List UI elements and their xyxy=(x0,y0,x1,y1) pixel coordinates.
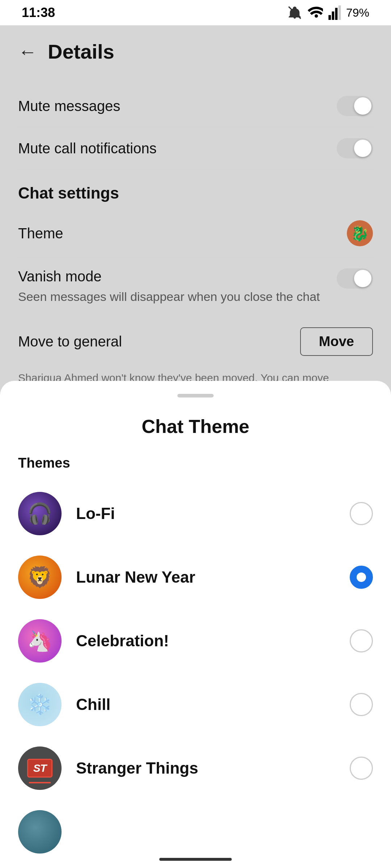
move-to-general-item: Move to general Move xyxy=(18,316,373,367)
theme-item-chill[interactable]: Chill xyxy=(0,673,391,736)
last-avatar xyxy=(18,810,62,854)
mute-calls-label: Mute call notifications xyxy=(18,140,156,157)
lunar-avatar xyxy=(18,556,62,599)
details-title: Details xyxy=(48,40,114,63)
sheet-handle xyxy=(177,394,214,397)
celebration-theme-name: Celebration! xyxy=(76,632,335,650)
mute-messages-item: Mute messages xyxy=(18,85,373,127)
themes-section-label: Themes xyxy=(0,455,391,482)
chat-settings-header: Chat settings xyxy=(18,170,373,209)
lofi-theme-name: Lo-Fi xyxy=(76,505,335,523)
lunar-radio[interactable] xyxy=(350,566,373,589)
vanish-mode-toggle[interactable] xyxy=(337,268,373,289)
home-indicator xyxy=(159,858,232,861)
vanish-mode-item: Vanish mode Seen messages will disappear… xyxy=(18,258,373,316)
move-button[interactable]: Move xyxy=(300,327,373,356)
theme-item-celebration[interactable]: Celebration! xyxy=(0,609,391,673)
stranger-things-radio[interactable] xyxy=(350,757,373,780)
svg-point-1 xyxy=(315,14,318,18)
chill-avatar xyxy=(18,683,62,726)
vanish-mode-sublabel: Seen messages will disappear when you cl… xyxy=(18,290,320,303)
theme-item-stranger-things[interactable]: ST Stranger Things xyxy=(0,736,391,800)
theme-label: Theme xyxy=(18,225,63,242)
st-badge: ST xyxy=(27,759,52,778)
stranger-things-avatar: ST xyxy=(18,746,62,790)
theme-item-last-partial[interactable] xyxy=(0,800,391,854)
vanish-text-block: Vanish mode Seen messages will disappear… xyxy=(18,268,320,306)
mute-messages-toggle[interactable] xyxy=(337,96,373,116)
theme-item-lunar[interactable]: Lunar New Year xyxy=(0,545,391,609)
status-bar: 11:38 79% xyxy=(0,0,391,25)
lofi-avatar xyxy=(18,492,62,535)
back-arrow-icon: ← xyxy=(18,41,37,63)
wifi-icon xyxy=(307,7,323,19)
mute-calls-item: Mute call notifications xyxy=(18,127,373,170)
chat-theme-title: Chat Theme xyxy=(0,416,391,437)
vanish-mode-label: Vanish mode xyxy=(18,268,320,285)
celebration-radio[interactable] xyxy=(350,629,373,652)
chill-radio[interactable] xyxy=(350,693,373,716)
theme-item[interactable]: Theme 🐉 xyxy=(18,209,373,258)
details-header: ← Details xyxy=(18,40,373,63)
theme-icon: 🐉 xyxy=(347,220,373,246)
status-time: 11:38 xyxy=(22,5,55,20)
signal-icon xyxy=(328,5,341,20)
stranger-things-theme-name: Stranger Things xyxy=(76,759,335,777)
lunar-theme-name: Lunar New Year xyxy=(76,568,335,586)
details-page: ← Details Mute messages Mute call notifi… xyxy=(0,25,391,400)
stranger-things-avatar-inner: ST xyxy=(18,746,62,790)
chat-theme-bottom-sheet: Chat Theme Themes Lo-Fi Lunar New Year C… xyxy=(0,381,391,868)
notification-icon xyxy=(287,5,302,20)
status-icons: 79% xyxy=(287,5,369,20)
svg-rect-5 xyxy=(339,5,341,20)
st-underline xyxy=(29,782,51,783)
mute-calls-toggle[interactable] xyxy=(337,138,373,158)
mute-messages-label: Mute messages xyxy=(18,98,120,114)
theme-item-lofi[interactable]: Lo-Fi xyxy=(0,482,391,545)
battery-text: 79% xyxy=(346,6,369,20)
lofi-radio[interactable] xyxy=(350,502,373,525)
svg-rect-4 xyxy=(335,8,338,20)
chill-theme-name: Chill xyxy=(76,695,335,714)
celebration-avatar xyxy=(18,619,62,663)
st-text: ST xyxy=(33,762,46,774)
svg-rect-3 xyxy=(332,12,334,20)
svg-rect-2 xyxy=(328,15,331,20)
move-to-general-label: Move to general xyxy=(18,333,122,350)
